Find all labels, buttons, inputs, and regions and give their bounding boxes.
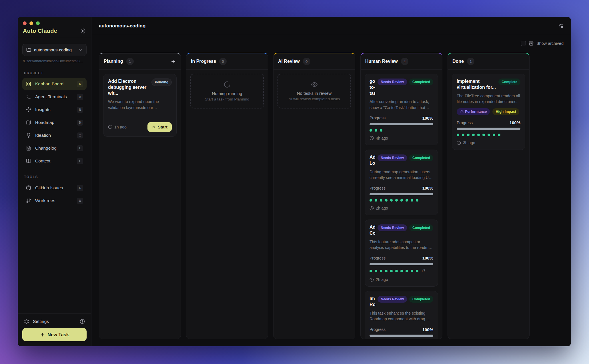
section-label-project: PROJECT (24, 71, 85, 75)
sidebar-item-worktrees[interactable]: Worktrees W (22, 195, 87, 207)
sidebar-item-changelog[interactable]: Changelog L (22, 142, 87, 154)
column-name: Done (452, 59, 464, 64)
task-title: Add Comp... (370, 224, 375, 236)
progress-dot (472, 134, 475, 136)
empty-state-title: No tasks in review (297, 91, 332, 96)
column-in-progress: In Progress 0 Nothing running Start a ta… (186, 53, 268, 339)
sidebar-item-agent-terminals[interactable]: Agent Terminals A (22, 91, 87, 103)
close-window-button[interactable] (23, 21, 27, 25)
sidebar-item-label: Agent Terminals (35, 94, 67, 99)
task-card[interactable]: Add Loadin... Needs Review Completed Dur… (365, 150, 438, 215)
column-planning: Planning 1 Add Electron debugging server… (99, 53, 181, 339)
plus-icon (40, 332, 45, 337)
progress-dot (385, 270, 388, 272)
progress-dot (390, 199, 393, 202)
needs-review-badge: Needs Review (378, 79, 407, 85)
progress-dot (375, 199, 377, 202)
empty-state: Nothing running Start a task from Planni… (190, 74, 264, 108)
progress-dot (493, 134, 495, 136)
shortcut-badge: G (77, 185, 83, 191)
maximize-window-button[interactable] (36, 21, 40, 25)
loader-icon (223, 81, 231, 88)
help-button[interactable] (80, 319, 85, 324)
project-path: /Users/andremikalsen/Documents/C... (23, 59, 86, 63)
archive-icon (529, 41, 534, 46)
column-header: Done 1 (448, 53, 529, 70)
progress-dot (467, 134, 470, 136)
empty-state: No tasks in review AI will review comple… (277, 74, 351, 108)
shortcut-badge: W (77, 198, 83, 204)
progress-label: Progress (370, 186, 386, 190)
task-card[interactable]: Add Electron debugging server wit... Pen… (103, 74, 177, 137)
sidebar-item-kanban-board[interactable]: Kanban Board K (22, 78, 87, 90)
new-task-label: New Task (47, 332, 69, 337)
app-window: Auto Claude autonomous-coding (18, 17, 571, 346)
project-selector[interactable]: autonomous-coding (22, 44, 87, 56)
shortcut-badge: L (77, 145, 83, 151)
clock-icon (457, 141, 461, 145)
help-circle-icon (80, 319, 85, 324)
column-count-badge: 0 (219, 58, 227, 65)
sun-icon (81, 28, 86, 34)
sidebar-item-label: Worktrees (35, 198, 55, 203)
progress-dot (406, 270, 408, 272)
high-impact-tag: High Impact (492, 108, 519, 115)
start-task-button[interactable]: Start (147, 122, 172, 132)
show-archived-checkbox[interactable] (521, 41, 526, 46)
progress-dot (375, 270, 377, 272)
task-card[interactable]: Implemen Roadm... Needs Review Completed… (365, 291, 438, 339)
sidebar-item-insights[interactable]: Insights N (22, 104, 87, 116)
settings-label: Settings (33, 319, 49, 324)
empty-state-subtitle: Start a task from Planning (205, 97, 249, 101)
git-branch-icon (26, 198, 31, 203)
progress-bar (370, 263, 433, 265)
sidebar-item-label: Context (35, 158, 50, 164)
progress-dot (375, 129, 377, 132)
gear-icon (24, 319, 29, 324)
column-name: Planning (104, 59, 123, 64)
subtask-dots (370, 129, 433, 132)
project-selector-value: autonomous-coding (34, 47, 72, 52)
show-archived-label: Show archived (536, 41, 564, 46)
add-task-button[interactable] (171, 59, 176, 64)
main-header: autonomous-coding (91, 17, 571, 35)
project-nav: Kanban Board K Agent Terminals A Insight… (22, 78, 87, 167)
empty-state-subtitle: AI will review completed tasks (289, 97, 340, 101)
sidebar-item-context[interactable]: Context C (22, 155, 87, 167)
task-tags: Performance High Impact (457, 108, 520, 115)
main-area: autonomous-coding Show archived Planning… (91, 17, 571, 346)
shortcut-badge: C (77, 158, 83, 164)
minimize-window-button[interactable] (29, 21, 33, 25)
task-title: Add Loadin... (370, 154, 375, 166)
sidebar-item-label: Ideation (35, 133, 51, 138)
task-description: This task enhances the existing Roadmap … (370, 310, 433, 322)
column-human-review: Human Review 4 go-to-task-... Needs Revi… (360, 53, 442, 339)
needs-review-badge: Needs Review (378, 154, 407, 161)
kanban-board: Planning 1 Add Electron debugging server… (91, 52, 571, 346)
column-count-badge: 1 (126, 58, 134, 65)
page-title: autonomous-coding (99, 23, 145, 29)
task-card[interactable]: Implement virtualization for... Complete… (452, 74, 525, 150)
shortcut-badge: D (77, 120, 83, 126)
sidebar-item-github-issues[interactable]: GitHub Issues G (22, 182, 87, 194)
task-card[interactable]: Add Comp... Needs Review Completed This … (365, 220, 438, 287)
theme-toggle-button[interactable] (81, 28, 86, 34)
clock-icon (370, 136, 374, 140)
settings-button[interactable]: Settings (22, 318, 87, 328)
sidebar-item-ideation[interactable]: Ideation I (22, 129, 87, 141)
progress-label: Progress (370, 116, 386, 120)
progress-value: 100% (422, 256, 433, 260)
progress-dot (498, 134, 500, 136)
play-icon (152, 125, 156, 129)
task-timestamp: 2h ago (370, 206, 388, 210)
board-options-button[interactable] (558, 23, 564, 29)
sidebar-footer: Settings New Task (18, 313, 91, 346)
task-description: We want to expand upon the validation la… (108, 99, 172, 110)
new-task-button[interactable]: New Task (22, 328, 87, 341)
progress-value: 100% (422, 327, 433, 332)
column-count-badge: 0 (303, 58, 310, 65)
book-open-icon (26, 158, 31, 164)
sidebar-item-roadmap[interactable]: Roadmap D (22, 116, 87, 128)
progress-dot (395, 199, 398, 202)
task-card[interactable]: go-to-task-... Needs Review Completed Af… (365, 74, 438, 145)
